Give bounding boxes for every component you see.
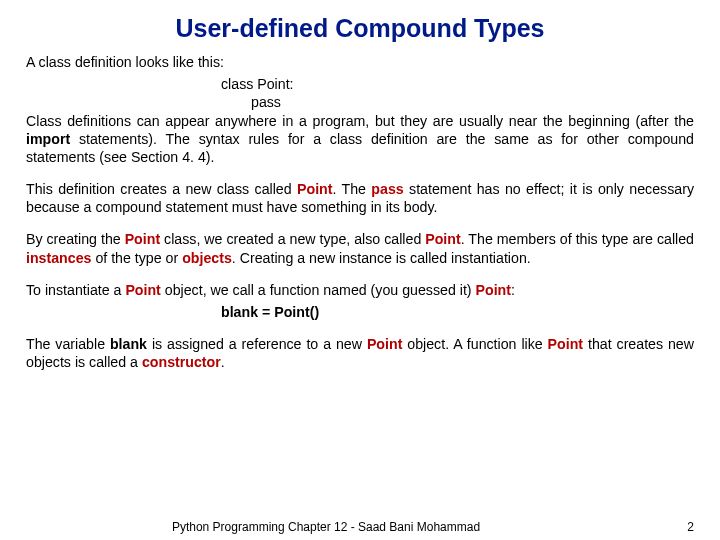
code-class-point: class Point: <box>26 75 694 93</box>
text: To instantiate a <box>26 282 125 298</box>
text: : <box>511 282 515 298</box>
keyword-point: Point <box>297 181 332 197</box>
text: object, we call a function named (you gu… <box>161 282 476 298</box>
keyword-instances: instances <box>26 250 91 266</box>
text: . The members of this type are called <box>461 231 694 247</box>
slide-footer: Python Programming Chapter 12 - Saad Ban… <box>0 520 720 534</box>
text: This definition creates a new class call… <box>26 181 297 197</box>
keyword-blank: blank <box>110 336 147 352</box>
keyword-import: import <box>26 131 70 147</box>
text: object. A function like <box>402 336 547 352</box>
keyword-point: Point <box>125 282 160 298</box>
text: . The <box>332 181 371 197</box>
keyword-point: Point <box>476 282 511 298</box>
text: . Creating a new instance is called inst… <box>232 250 531 266</box>
paragraph-1-lead: A class definition looks like this: <box>26 53 694 71</box>
keyword-point: Point <box>425 231 460 247</box>
footer-text: Python Programming Chapter 12 - Saad Ban… <box>26 520 626 534</box>
page-number: 2 <box>687 520 694 534</box>
code-blank-point: blank = Point() <box>26 303 694 321</box>
text: By creating the <box>26 231 125 247</box>
paragraph-2: This definition creates a new class call… <box>26 180 694 216</box>
code-pass: pass <box>26 93 694 111</box>
text: Class definitions can appear anywhere in… <box>26 113 694 129</box>
slide-title: User-defined Compound Types <box>26 14 694 43</box>
text: of the type or <box>91 250 182 266</box>
text: . <box>221 354 225 370</box>
keyword-constructor: constructor <box>142 354 221 370</box>
keyword-pass: pass <box>371 181 403 197</box>
paragraph-3: By creating the Point class, we created … <box>26 230 694 266</box>
text: class, we created a new type, also calle… <box>160 231 425 247</box>
keyword-objects: objects <box>182 250 232 266</box>
keyword-point: Point <box>548 336 583 352</box>
paragraph-4: To instantiate a Point object, we call a… <box>26 281 694 299</box>
keyword-point: Point <box>367 336 402 352</box>
text: The variable <box>26 336 110 352</box>
text: statements). The syntax rules for a clas… <box>26 131 694 165</box>
text: is assigned a reference to a new <box>147 336 367 352</box>
paragraph-1-rest: Class definitions can appear anywhere in… <box>26 112 694 167</box>
keyword-point: Point <box>125 231 160 247</box>
paragraph-5: The variable blank is assigned a referen… <box>26 335 694 371</box>
